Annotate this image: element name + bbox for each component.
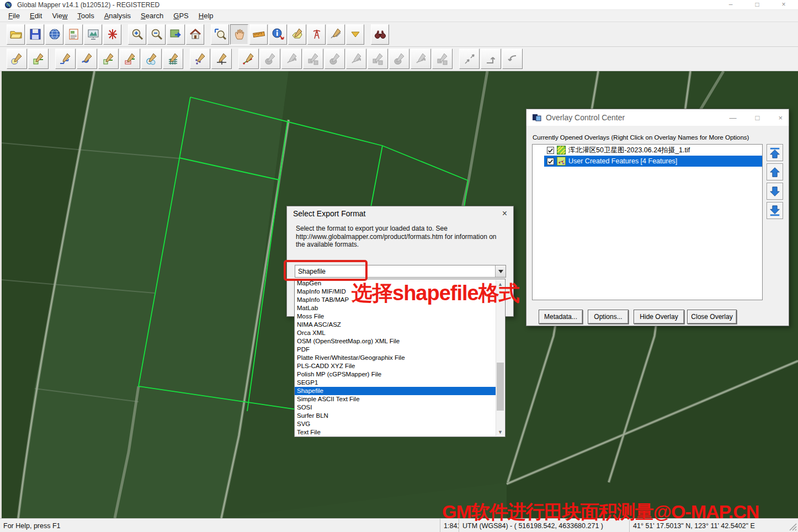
toolbar-button-zoom-box[interactable] <box>211 24 229 45</box>
toolbar-separator <box>50 49 55 69</box>
gray-trace-icon <box>264 52 277 66</box>
menu-tools[interactable]: Tools <box>72 10 99 21</box>
toolbar-button-measure[interactable] <box>249 24 268 45</box>
toolbar-button-home-view[interactable] <box>186 24 204 45</box>
move-bottom-button[interactable] <box>767 202 783 219</box>
toolbar-button-digitizer[interactable] <box>288 24 306 45</box>
menu-search[interactable]: Search <box>136 10 168 21</box>
format-option[interactable]: Text File <box>295 428 497 437</box>
toolbar-button-insert-vertex[interactable] <box>211 49 232 69</box>
minimize-button[interactable]: – <box>717 0 744 10</box>
toolbar-button-gray-merge[interactable] <box>389 49 409 69</box>
format-option[interactable]: PLS-CADD XYZ File <box>295 362 497 370</box>
format-option[interactable]: NIMA ASC/ASZ <box>295 321 497 329</box>
maximize-button[interactable]: □ <box>744 0 770 10</box>
options-button[interactable]: Options... <box>588 310 629 324</box>
toolbar-button-create-rect[interactable] <box>98 49 119 69</box>
scrollbar-thumb[interactable] <box>497 363 504 411</box>
toolbar-button-zoom-out[interactable] <box>147 24 166 45</box>
toolbar-button-web-globe[interactable] <box>45 24 63 45</box>
toolbar-button-tools[interactable] <box>103 24 121 45</box>
toolbar-button-zoom-in[interactable] <box>128 24 146 45</box>
format-option[interactable]: PDF <box>295 345 497 354</box>
toolbar-button-create-line[interactable] <box>55 49 76 69</box>
menu-help[interactable]: Help <box>194 10 219 21</box>
toolbar-button-gray-trace[interactable] <box>260 49 280 69</box>
toolbar-button-create-spline[interactable] <box>77 49 97 69</box>
toolbar-button-save[interactable] <box>26 24 44 45</box>
toolbar-button-screen-capture[interactable] <box>65 24 83 45</box>
toolbar-button-map-config[interactable] <box>84 24 102 45</box>
overlay-close-icon[interactable]: × <box>778 114 783 122</box>
menu-analysis[interactable]: Analysis <box>99 10 136 21</box>
menu-view[interactable]: View <box>47 10 72 21</box>
close-overlay-button[interactable]: Close Overlay <box>687 310 737 324</box>
toolbar-button-gray-shape[interactable] <box>281 49 302 69</box>
toolbar-button-create-circle[interactable] <box>141 49 162 69</box>
overlay-checkbox[interactable] <box>547 158 554 165</box>
save-icon <box>29 28 42 41</box>
menu-bar: FileEditViewToolsAnalysisSearchGPSHelp <box>0 10 798 22</box>
toolbar-button-gray-move[interactable] <box>303 49 323 69</box>
toolbar-button-path-profile[interactable] <box>327 24 345 45</box>
overlay-minimize-icon[interactable]: — <box>730 114 737 122</box>
format-option[interactable]: Simple ASCII Text File <box>295 395 497 403</box>
overlay-dialog-title: Overlay Control Center <box>546 113 625 122</box>
scroll-down-icon[interactable]: ▼ <box>496 428 504 436</box>
toolbar-button-create-cad[interactable] <box>120 49 140 69</box>
move-down-button[interactable] <box>767 183 783 200</box>
toolbar-button-pan-hand[interactable] <box>230 24 248 45</box>
toolbar-button-create-point[interactable] <box>28 49 49 69</box>
move-up-button[interactable] <box>767 163 783 180</box>
format-option[interactable]: SOSI <box>295 403 497 412</box>
format-option[interactable]: Orca XML <box>295 329 497 337</box>
toolbar-button-create-grid[interactable] <box>163 49 183 69</box>
toolbar-button-gray-rotate[interactable] <box>324 49 345 69</box>
format-option[interactable]: Shapefile <box>295 387 497 395</box>
combo-dropdown-button[interactable] <box>495 265 506 277</box>
close-button[interactable]: × <box>770 0 797 10</box>
format-option[interactable]: SEGP1 <box>295 379 497 387</box>
toolbar-button-swipe[interactable] <box>346 24 364 45</box>
toolbar-button-gray-split[interactable] <box>368 49 388 69</box>
overlay-row[interactable]: User Created Features [4 Features] <box>533 156 762 167</box>
resize-grip[interactable] <box>789 523 797 531</box>
overlay-dialog-titlebar[interactable]: Overlay Control Center — □ × <box>526 109 789 126</box>
menu-edit[interactable]: Edit <box>25 10 47 21</box>
format-option[interactable]: SVG <box>295 420 497 428</box>
overlay-list[interactable]: 浑北灌区50卫星图-2023.06.24拍摄_1.tifUser Created… <box>532 144 763 300</box>
gray-split-icon <box>371 52 385 66</box>
format-option[interactable]: Moss File <box>295 312 497 321</box>
metadata-button[interactable]: Metadata... <box>539 310 583 324</box>
toolbar-button-open-file[interactable] <box>7 24 25 45</box>
toolbar-button-rotate-flip[interactable] <box>481 49 501 69</box>
export-dialog-titlebar[interactable]: Select Export Format × <box>287 206 513 221</box>
toolbar-button-select-arrow[interactable] <box>459 49 480 69</box>
toolbar-button-gray-grid[interactable] <box>346 49 366 69</box>
toolbar-button-feature-info[interactable] <box>269 24 287 45</box>
overlay-maximize-icon[interactable]: □ <box>756 114 760 122</box>
toolbar-button-antenna[interactable] <box>307 24 326 45</box>
move-top-button[interactable] <box>767 144 783 161</box>
menu-gps[interactable]: GPS <box>168 10 193 21</box>
toolbar-button-full-extent[interactable] <box>167 24 185 45</box>
toolbar-button-search-binoculars[interactable] <box>371 24 389 45</box>
toolbar-button-edit-path[interactable] <box>238 49 259 69</box>
format-option[interactable]: Platte River/Whitestar/Geographix File <box>295 354 497 362</box>
menu-file[interactable]: File <box>3 10 25 21</box>
overlay-row[interactable]: 浑北灌区50卫星图-2023.06.24拍摄_1.tif <box>533 145 762 156</box>
toolbar-button-gray-crop[interactable] <box>411 49 431 69</box>
format-option[interactable]: OSM (OpenStreetMap.org) XML File <box>295 337 497 345</box>
gray-grid-icon <box>350 52 363 66</box>
hide-overlay-button[interactable]: Hide Overlay <box>634 310 684 324</box>
edit-path-icon <box>242 52 256 66</box>
overlay-checkbox[interactable] <box>547 147 554 154</box>
toolbar-button-undo-shape[interactable] <box>502 49 523 69</box>
toolbar-button-gray-paint[interactable] <box>432 49 453 69</box>
export-close-icon[interactable]: × <box>502 209 507 218</box>
toolbar-button-create-area[interactable] <box>7 49 27 69</box>
toolbar-button-create-points[interactable] <box>190 49 210 69</box>
measure-icon <box>252 28 265 41</box>
format-option[interactable]: Polish MP (cGPSMapper) File <box>295 370 497 379</box>
format-option[interactable]: Surfer BLN <box>295 412 497 420</box>
